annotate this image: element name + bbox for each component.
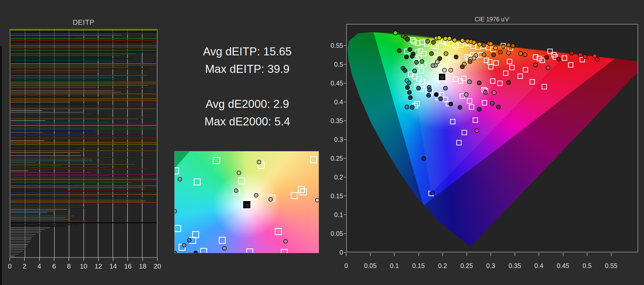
target-square-marker (281, 249, 288, 253)
deitp-bar (10, 75, 148, 76)
deitp-bar (10, 98, 157, 99)
deitp-bar (10, 117, 157, 118)
measured-circle-marker (193, 251, 198, 253)
deitp-bar (10, 207, 86, 208)
deitp-tick (10, 258, 10, 261)
cie-measured-circle (408, 96, 412, 100)
deitp-bar (10, 45, 157, 46)
deitp-bar (10, 201, 147, 202)
deitp-bar (10, 222, 157, 223)
deitp-bar (10, 145, 112, 146)
target-square-marker (194, 178, 201, 185)
cie-measured-circle (546, 66, 550, 70)
deitp-bar (10, 172, 92, 173)
cie-measured-circle (410, 54, 414, 58)
cie-measured-circle (468, 80, 472, 84)
deitp-bar (10, 108, 157, 109)
cie-measured-circle (405, 85, 410, 90)
deitp-bar (10, 118, 139, 119)
deitp-bar (10, 127, 157, 128)
deitp-tick-label: 8 (61, 262, 77, 270)
deitp-bar (10, 155, 81, 156)
deitp-bar (10, 241, 31, 242)
deitp-bar (10, 170, 29, 171)
deitp-bar (10, 165, 62, 166)
cie-measured-circle (443, 68, 447, 72)
deitp-tick-label: 14 (105, 262, 121, 270)
cie-measured-circle (492, 91, 496, 95)
cie-measured-circle (475, 129, 479, 133)
delta-e-stats: Avg dEITP: 15.65 Max dEITP: 39.9 Avg dE2… (162, 43, 332, 130)
deitp-bar (10, 157, 157, 158)
deitp-bar (10, 184, 73, 185)
deitp-bar (10, 67, 129, 68)
deitp-bar (10, 48, 157, 49)
deitp-bar (10, 191, 157, 192)
cie-measured-circle (460, 38, 464, 42)
deitp-tick-label: 0 (2, 262, 18, 270)
cie-y-tick (344, 252, 346, 253)
deitp-bar (10, 182, 133, 183)
deitp-bar (10, 65, 157, 66)
deitp-tick (39, 258, 40, 261)
cie-y-tick-label: 0 (320, 249, 343, 256)
deitp-tick-label: 12 (91, 262, 106, 270)
deitp-bar (10, 234, 37, 235)
cie-x-tick-label: 0.45 (553, 262, 573, 270)
cie-y-tick-label: 0.2 (320, 174, 343, 181)
cie-measured-circle (397, 49, 401, 53)
cie-x-tick-label: 0.55 (601, 262, 622, 270)
deitp-bar (10, 236, 35, 237)
measured-circle-marker (174, 209, 177, 213)
deitp-bar (10, 60, 113, 61)
cie-y-tick (344, 102, 346, 102)
cie-measured-circle (414, 60, 419, 64)
deitp-bar (10, 103, 98, 105)
deitp-bar (10, 82, 157, 83)
cie-measured-circle (434, 92, 438, 97)
deitp-bar (10, 205, 83, 206)
cie-y-tick-label: 0.1 (320, 211, 343, 219)
cie-measured-circle (477, 107, 481, 111)
deitp-bars (10, 30, 157, 257)
cie-measured-circle (498, 50, 503, 54)
measured-circle-marker (234, 188, 238, 193)
cie-measured-circle (484, 90, 488, 94)
cie-x-tick-label: 0.15 (408, 262, 429, 270)
white-point-circle (244, 202, 250, 208)
cie-target-square (569, 63, 573, 67)
deitp-bar (10, 159, 92, 160)
cie-measured-circle (413, 69, 417, 73)
deitp-tick-label: 16 (120, 262, 135, 270)
deitp-bar (10, 211, 56, 212)
cie-measured-circle (444, 51, 448, 56)
deitp-bar (10, 192, 69, 193)
deitp-bar (10, 128, 157, 129)
deitp-bar (10, 175, 110, 176)
cie-x-tick (467, 253, 467, 256)
deitp-bar (10, 51, 157, 53)
cie-measured-circle (489, 42, 493, 46)
cie-x-tick (418, 253, 419, 256)
measured-circle-marker (222, 246, 227, 251)
cie-x-tick-label: 0 (336, 262, 357, 270)
cie-y-tick-label: 0.15 (320, 192, 343, 200)
cie-measured-circle (490, 101, 494, 105)
cie-measured-circle (545, 55, 549, 59)
cie-measured-circle (482, 53, 486, 57)
cie-measured-circle (431, 40, 436, 44)
cie-measured-circle (422, 157, 426, 161)
cie-measured-circle (403, 68, 407, 73)
deitp-bar (10, 219, 71, 220)
cie-measured-circle (533, 63, 538, 67)
cie-measured-circle (496, 105, 501, 109)
deitp-bar (10, 37, 74, 38)
deitp-bar (10, 110, 43, 111)
deitp-bar (10, 247, 27, 248)
deitp-bar (10, 224, 79, 225)
deitp-bar (10, 215, 75, 217)
cie-measured-circle (506, 81, 511, 85)
deitp-bar (10, 185, 157, 186)
measured-circle-marker (237, 171, 241, 175)
cie-measured-circle (458, 105, 462, 109)
